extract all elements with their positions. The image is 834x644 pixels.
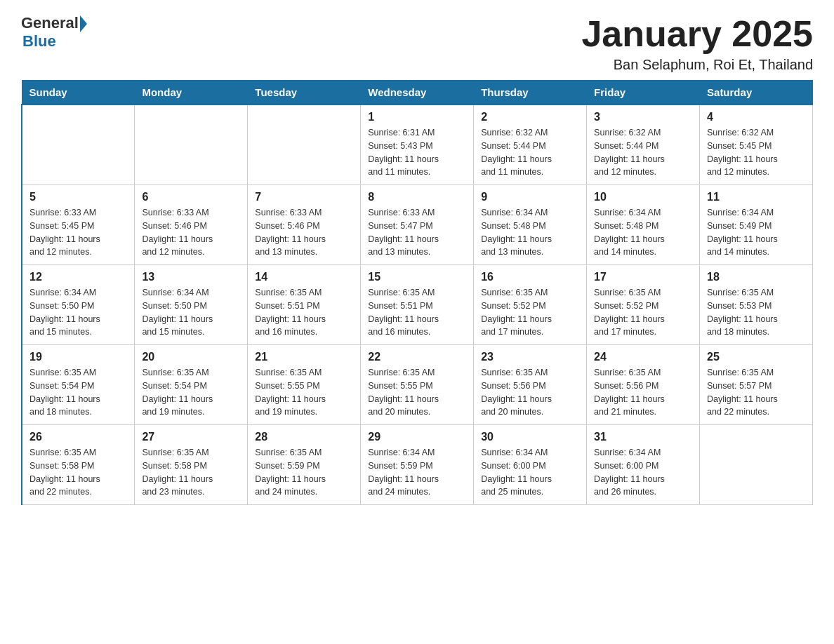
day-info: Sunrise: 6:35 AMSunset: 5:52 PMDaylight:…: [594, 286, 692, 339]
calendar-cell: [248, 105, 361, 185]
calendar-cell: 18Sunrise: 6:35 AMSunset: 5:53 PMDayligh…: [700, 265, 813, 345]
day-number: 29: [368, 431, 466, 443]
calendar-header: Sunday Monday Tuesday Wednesday Thursday…: [22, 81, 813, 105]
day-number: 10: [594, 191, 692, 203]
day-number: 3: [594, 111, 692, 123]
calendar-cell: 26Sunrise: 6:35 AMSunset: 5:58 PMDayligh…: [22, 425, 135, 505]
day-info: Sunrise: 6:32 AMSunset: 5:45 PMDaylight:…: [707, 126, 805, 179]
calendar-cell: 14Sunrise: 6:35 AMSunset: 5:51 PMDayligh…: [248, 265, 361, 345]
day-info: Sunrise: 6:35 AMSunset: 5:55 PMDaylight:…: [368, 366, 466, 419]
calendar-cell: 10Sunrise: 6:34 AMSunset: 5:48 PMDayligh…: [587, 185, 700, 265]
day-info: Sunrise: 6:35 AMSunset: 5:55 PMDaylight:…: [255, 366, 353, 419]
day-number: 4: [707, 111, 805, 123]
calendar-location: Ban Selaphum, Roi Et, Thailand: [581, 57, 813, 73]
calendar-cell: [700, 425, 813, 505]
header-friday: Friday: [587, 81, 700, 105]
day-info: Sunrise: 6:35 AMSunset: 5:58 PMDaylight:…: [142, 446, 240, 499]
day-info: Sunrise: 6:33 AMSunset: 5:45 PMDaylight:…: [29, 206, 127, 259]
day-number: 25: [707, 351, 805, 363]
calendar-cell: 27Sunrise: 6:35 AMSunset: 5:58 PMDayligh…: [135, 425, 248, 505]
day-number: 26: [29, 431, 127, 443]
day-number: 7: [255, 191, 353, 203]
header-monday: Monday: [135, 81, 248, 105]
calendar-cell: 23Sunrise: 6:35 AMSunset: 5:56 PMDayligh…: [474, 345, 587, 425]
calendar-cell: 11Sunrise: 6:34 AMSunset: 5:49 PMDayligh…: [700, 185, 813, 265]
day-number: 15: [368, 271, 466, 283]
day-number: 31: [594, 431, 692, 443]
day-number: 6: [142, 191, 240, 203]
day-info: Sunrise: 6:35 AMSunset: 5:51 PMDaylight:…: [255, 286, 353, 339]
day-number: 5: [29, 191, 127, 203]
calendar-week-row: 12Sunrise: 6:34 AMSunset: 5:50 PMDayligh…: [22, 265, 813, 345]
calendar-week-row: 5Sunrise: 6:33 AMSunset: 5:45 PMDaylight…: [22, 185, 813, 265]
calendar-cell: 12Sunrise: 6:34 AMSunset: 5:50 PMDayligh…: [22, 265, 135, 345]
day-info: Sunrise: 6:33 AMSunset: 5:46 PMDaylight:…: [255, 206, 353, 259]
day-number: 12: [29, 271, 127, 283]
logo-general-text: General: [21, 14, 79, 32]
calendar-cell: 13Sunrise: 6:34 AMSunset: 5:50 PMDayligh…: [135, 265, 248, 345]
calendar-cell: 16Sunrise: 6:35 AMSunset: 5:52 PMDayligh…: [474, 265, 587, 345]
calendar-cell: 6Sunrise: 6:33 AMSunset: 5:46 PMDaylight…: [135, 185, 248, 265]
day-number: 19: [29, 351, 127, 363]
day-number: 11: [707, 191, 805, 203]
page-header: General Blue January 2025 Ban Selaphum, …: [21, 14, 813, 73]
day-info: Sunrise: 6:35 AMSunset: 5:57 PMDaylight:…: [707, 366, 805, 419]
day-number: 20: [142, 351, 240, 363]
day-number: 2: [481, 111, 579, 123]
calendar-cell: 15Sunrise: 6:35 AMSunset: 5:51 PMDayligh…: [361, 265, 474, 345]
day-number: 17: [594, 271, 692, 283]
calendar-cell: [22, 105, 135, 185]
day-number: 18: [707, 271, 805, 283]
logo: General Blue: [21, 14, 87, 51]
calendar-cell: 7Sunrise: 6:33 AMSunset: 5:46 PMDaylight…: [248, 185, 361, 265]
header-sunday: Sunday: [22, 81, 135, 105]
calendar-week-row: 1Sunrise: 6:31 AMSunset: 5:43 PMDaylight…: [22, 105, 813, 185]
day-info: Sunrise: 6:34 AMSunset: 5:49 PMDaylight:…: [707, 206, 805, 259]
day-number: 21: [255, 351, 353, 363]
calendar-cell: 22Sunrise: 6:35 AMSunset: 5:55 PMDayligh…: [361, 345, 474, 425]
calendar-cell: 28Sunrise: 6:35 AMSunset: 5:59 PMDayligh…: [248, 425, 361, 505]
calendar-title: January 2025: [581, 14, 813, 54]
day-number: 28: [255, 431, 353, 443]
day-info: Sunrise: 6:35 AMSunset: 5:51 PMDaylight:…: [368, 286, 466, 339]
day-info: Sunrise: 6:34 AMSunset: 5:48 PMDaylight:…: [594, 206, 692, 259]
day-info: Sunrise: 6:35 AMSunset: 5:53 PMDaylight:…: [707, 286, 805, 339]
calendar-cell: 8Sunrise: 6:33 AMSunset: 5:47 PMDaylight…: [361, 185, 474, 265]
day-info: Sunrise: 6:34 AMSunset: 5:48 PMDaylight:…: [481, 206, 579, 259]
day-info: Sunrise: 6:35 AMSunset: 5:56 PMDaylight:…: [594, 366, 692, 419]
day-number: 14: [255, 271, 353, 283]
day-info: Sunrise: 6:35 AMSunset: 5:56 PMDaylight:…: [481, 366, 579, 419]
calendar-cell: 9Sunrise: 6:34 AMSunset: 5:48 PMDaylight…: [474, 185, 587, 265]
logo-arrow-icon: [80, 15, 87, 32]
calendar-cell: 4Sunrise: 6:32 AMSunset: 5:45 PMDaylight…: [700, 105, 813, 185]
day-number: 23: [481, 351, 579, 363]
header-saturday: Saturday: [700, 81, 813, 105]
calendar-cell: 30Sunrise: 6:34 AMSunset: 6:00 PMDayligh…: [474, 425, 587, 505]
calendar-cell: 19Sunrise: 6:35 AMSunset: 5:54 PMDayligh…: [22, 345, 135, 425]
day-info: Sunrise: 6:31 AMSunset: 5:43 PMDaylight:…: [368, 126, 466, 179]
day-info: Sunrise: 6:34 AMSunset: 5:50 PMDaylight:…: [29, 286, 127, 339]
calendar-cell: 20Sunrise: 6:35 AMSunset: 5:54 PMDayligh…: [135, 345, 248, 425]
day-info: Sunrise: 6:34 AMSunset: 6:00 PMDaylight:…: [594, 446, 692, 499]
day-info: Sunrise: 6:35 AMSunset: 5:54 PMDaylight:…: [142, 366, 240, 419]
day-info: Sunrise: 6:32 AMSunset: 5:44 PMDaylight:…: [594, 126, 692, 179]
day-info: Sunrise: 6:35 AMSunset: 5:59 PMDaylight:…: [255, 446, 353, 499]
day-info: Sunrise: 6:34 AMSunset: 5:59 PMDaylight:…: [368, 446, 466, 499]
day-info: Sunrise: 6:33 AMSunset: 5:47 PMDaylight:…: [368, 206, 466, 259]
calendar-cell: 5Sunrise: 6:33 AMSunset: 5:45 PMDaylight…: [22, 185, 135, 265]
day-info: Sunrise: 6:33 AMSunset: 5:46 PMDaylight:…: [142, 206, 240, 259]
day-number: 13: [142, 271, 240, 283]
calendar-cell: 21Sunrise: 6:35 AMSunset: 5:55 PMDayligh…: [248, 345, 361, 425]
day-info: Sunrise: 6:34 AMSunset: 6:00 PMDaylight:…: [481, 446, 579, 499]
day-number: 8: [368, 191, 466, 203]
day-number: 30: [481, 431, 579, 443]
day-info: Sunrise: 6:35 AMSunset: 5:54 PMDaylight:…: [29, 366, 127, 419]
day-number: 24: [594, 351, 692, 363]
calendar-cell: 2Sunrise: 6:32 AMSunset: 5:44 PMDaylight…: [474, 105, 587, 185]
day-info: Sunrise: 6:35 AMSunset: 5:58 PMDaylight:…: [29, 446, 127, 499]
weekday-header-row: Sunday Monday Tuesday Wednesday Thursday…: [22, 81, 813, 105]
logo-blue-text: Blue: [22, 32, 87, 51]
title-block: January 2025 Ban Selaphum, Roi Et, Thail…: [581, 14, 813, 73]
day-number: 1: [368, 111, 466, 123]
day-number: 27: [142, 431, 240, 443]
